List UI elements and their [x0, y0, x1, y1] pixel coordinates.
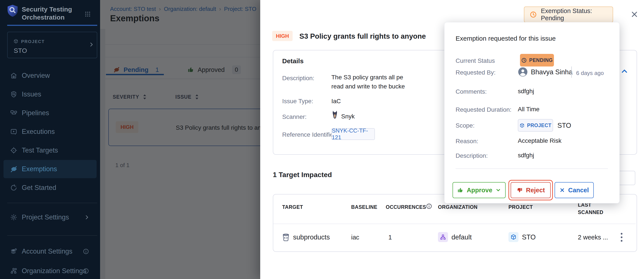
module-grid-icon[interactable] [84, 11, 91, 17]
chevron-down-icon [496, 187, 501, 193]
sidebar-divider [7, 235, 97, 236]
sidebar-accent-bar [7, 25, 97, 26]
sidebar-item-label: Exemptions [22, 165, 57, 173]
sidebar-item-label: Project Settings [22, 213, 69, 221]
project-selector-value: STO [14, 47, 27, 54]
sidebar-item-issues[interactable]: Issues [0, 85, 100, 104]
approve-button[interactable]: Approve [452, 182, 506, 198]
eye-off-icon [10, 165, 18, 173]
sidebar-item-project-settings[interactable]: Project Settings [0, 208, 100, 227]
reject-button-label: Reject [526, 187, 545, 194]
project-icon [508, 232, 518, 242]
target-name-cell[interactable]: subproducts [293, 233, 330, 241]
cancel-button[interactable]: Cancel [554, 182, 594, 198]
cancel-button-label: Cancel [568, 187, 589, 194]
app-logo-shield-icon [7, 4, 18, 17]
organization-icon [438, 232, 448, 242]
reference-id-chip[interactable]: SNYK-CC-TF-121 [331, 128, 375, 140]
sidebar-item-label: Test Targets [22, 146, 58, 154]
screen: Account: STO test › Organization: defaul… [0, 0, 644, 279]
sidebar-item-account-settings[interactable]: Account Settings [0, 242, 100, 261]
sidebar-item-label: Executions [22, 128, 55, 136]
layers-gear-icon [10, 248, 18, 255]
crosshair-icon [10, 147, 18, 154]
sidebar-item-test-targets[interactable]: Test Targets [0, 141, 100, 160]
org-gear-icon [10, 267, 18, 275]
cube-icon [13, 39, 18, 44]
shield-search-icon [10, 91, 18, 98]
home-icon [10, 72, 18, 79]
pending-status-text: PENDING [529, 57, 552, 63]
clock-icon [530, 11, 537, 18]
exemption-status-badge: Exemption Status: Pending [524, 6, 613, 22]
target-type-icon [282, 233, 290, 242]
reject-button[interactable]: Reject [511, 182, 551, 198]
executions-icon [10, 128, 18, 135]
sidebar-item-label: Get Started [22, 184, 56, 192]
kebab-menu-icon[interactable] [618, 232, 625, 243]
sidebar-item-overview[interactable]: Overview [0, 66, 100, 85]
x-icon [559, 187, 565, 193]
sidebar-item-label: Issues [22, 90, 41, 98]
project-selector[interactable]: PROJECT STO [7, 32, 97, 58]
sidebar-item-organization-settings[interactable]: Organization Settings [0, 262, 100, 279]
app-title-line2: Orchestration [22, 13, 72, 21]
sidebar-item-pipelines[interactable]: Pipelines [0, 104, 100, 122]
exemption-status-label: Exemption Status: Pending [541, 7, 613, 22]
table-header-divider [273, 224, 636, 224]
gear-icon [10, 214, 18, 221]
app-title-line1: Security Testing [22, 5, 72, 13]
chevron-up-icon[interactable] [620, 67, 628, 75]
project-selector-label: PROJECT [21, 39, 44, 44]
chevron-right-icon [84, 215, 90, 220]
thumbs-down-icon [516, 187, 523, 193]
get-started-icon [10, 184, 18, 191]
scope-badge-text: PROJECT [527, 123, 551, 128]
pipelines-icon [10, 109, 18, 117]
sidebar-item-label: Overview [22, 72, 50, 79]
clock-icon [521, 57, 527, 63]
cube-icon [519, 123, 525, 128]
info-icon[interactable] [83, 248, 89, 255]
severity-badge: HIGH [272, 31, 293, 41]
sidebar-item-exemptions[interactable]: Exemptions [0, 160, 100, 178]
sidebar-divider [7, 203, 97, 203]
info-icon[interactable] [426, 203, 432, 210]
sidebar-item-label: Pipelines [22, 109, 49, 117]
scope-badge: PROJECT [518, 119, 553, 132]
info-icon[interactable] [83, 268, 89, 274]
exemption-request-popup [444, 22, 620, 203]
app-title: Security Testing Orchestration [22, 5, 72, 21]
close-icon[interactable] [630, 10, 639, 19]
sidebar-item-get-started[interactable]: Get Started [0, 178, 100, 197]
chevron-right-icon [88, 42, 94, 47]
thumbs-up-icon [457, 187, 464, 193]
approve-button-label: Approve [467, 187, 492, 194]
sidebar-item-label: Organization Settings [22, 267, 86, 275]
sidebar: Security Testing Orchestration PROJECT S… [0, 0, 100, 279]
sidebar-item-executions[interactable]: Executions [0, 122, 100, 141]
pending-status-badge: PENDING [520, 54, 554, 66]
sidebar-item-label: Account Settings [22, 248, 72, 255]
